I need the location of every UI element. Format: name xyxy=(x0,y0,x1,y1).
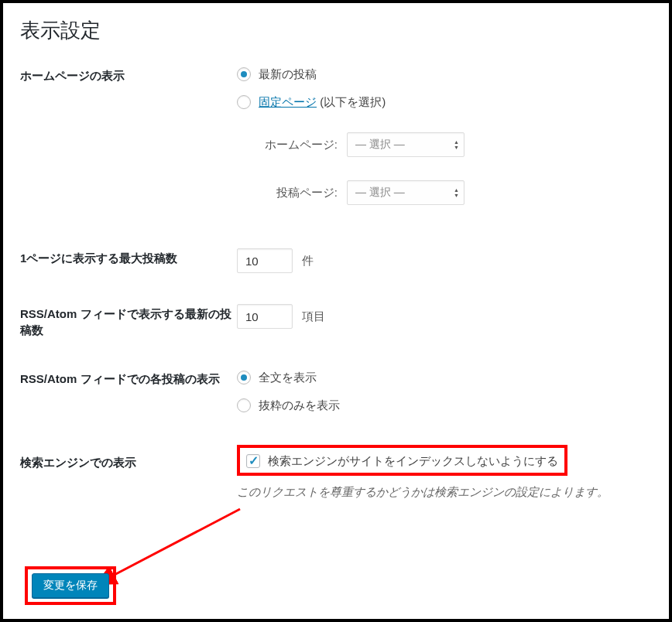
input-value: 10 xyxy=(245,255,259,268)
posts-page-select[interactable]: — 選択 — ▲▼ xyxy=(347,180,465,205)
content-rss-items: 10 項目 xyxy=(237,304,652,329)
page-title: 表示設定 xyxy=(20,17,652,44)
static-page-selects: ホームページ: — 選択 — ▲▼ 投稿ページ: — 選択 — ▲▼ xyxy=(254,132,652,205)
row-posts-per-page: 1ページに表示する最大投稿数 10 件 xyxy=(20,248,652,273)
label-posts-per-page: 1ページに表示する最大投稿数 xyxy=(20,248,237,266)
label-homepage-display: ホームページの表示 xyxy=(20,66,237,84)
row-rss-items: RSS/Atom フィードで表示する最新の投稿数 10 項目 xyxy=(20,304,652,338)
radio-option-latest-posts[interactable]: 最新の投稿 xyxy=(237,66,652,83)
posts-page-select-label: 投稿ページ: xyxy=(254,186,338,200)
svg-line-1 xyxy=(110,509,240,577)
radio-option-static-page[interactable]: 固定ページ (以下を選択) xyxy=(237,94,652,111)
select-row-posts-page: 投稿ページ: — 選択 — ▲▼ xyxy=(254,180,652,205)
row-homepage-display: ホームページの表示 最新の投稿 固定ページ (以下を選択) ホームページ: xyxy=(20,66,652,205)
submit-area: 変更を保存 xyxy=(25,566,116,605)
label-rss-items: RSS/Atom フィードで表示する最新の投稿数 xyxy=(20,304,237,338)
content-search-engine: 検索エンジンがサイトをインデックスしないようにする このリクエストを尊重するかど… xyxy=(237,445,652,500)
radio-label-excerpt: 抜粋のみを表示 xyxy=(259,398,340,413)
static-suffix: (以下を選択) xyxy=(317,95,386,108)
save-button[interactable]: 変更を保存 xyxy=(32,573,109,598)
radio-icon xyxy=(237,95,251,109)
homepage-select-label: ホームページ: xyxy=(254,138,338,152)
radio-option-excerpt[interactable]: 抜粋のみを表示 xyxy=(237,397,652,414)
posts-per-page-input[interactable]: 10 xyxy=(237,248,293,273)
chevron-updown-icon: ▲▼ xyxy=(454,139,459,150)
row-rss-display: RSS/Atom フィードでの各投稿の表示 全文を表示 抜粋のみを表示 xyxy=(20,369,652,414)
content-posts-per-page: 10 件 xyxy=(237,248,652,273)
content-homepage-display: 最新の投稿 固定ページ (以下を選択) ホームページ: — 選択 — ▲▼ xyxy=(237,66,652,205)
label-search-engine: 検索エンジンでの表示 xyxy=(20,445,237,470)
checkbox-discourage-search[interactable]: 検索エンジンがサイトをインデックスしないようにする xyxy=(246,453,558,470)
rss-items-unit: 項目 xyxy=(302,309,325,324)
highlight-save-button: 変更を保存 xyxy=(25,566,116,605)
select-placeholder: — 選択 — xyxy=(355,186,405,200)
search-engine-description: このリクエストを尊重するかどうかは検索エンジンの設定によります。 xyxy=(237,485,652,500)
radio-icon xyxy=(237,67,251,81)
checkbox-label-discourage: 検索エンジンがサイトをインデックスしないようにする xyxy=(268,454,558,469)
radio-label-latest: 最新の投稿 xyxy=(259,67,317,82)
select-row-homepage: ホームページ: — 選択 — ▲▼ xyxy=(254,132,652,157)
settings-form: ホームページの表示 最新の投稿 固定ページ (以下を選択) ホームページ: xyxy=(20,66,652,500)
radio-label-static: 固定ページ (以下を選択) xyxy=(259,95,386,110)
chevron-updown-icon: ▲▼ xyxy=(454,187,459,198)
radio-option-full-text[interactable]: 全文を表示 xyxy=(237,369,652,386)
radio-icon xyxy=(237,371,251,384)
settings-panel: 表示設定 ホームページの表示 最新の投稿 固定ページ (以下を選択) ホーム xyxy=(0,0,672,622)
rss-items-input[interactable]: 10 xyxy=(237,304,293,329)
select-placeholder: — 選択 — xyxy=(355,138,405,152)
annotation-arrow xyxy=(94,501,265,594)
content-rss-display: 全文を表示 抜粋のみを表示 xyxy=(237,369,652,414)
posts-per-page-unit: 件 xyxy=(302,254,314,268)
static-page-link[interactable]: 固定ページ xyxy=(259,95,317,108)
highlight-search-checkbox: 検索エンジンがサイトをインデックスしないようにする xyxy=(237,445,567,476)
label-rss-display: RSS/Atom フィードでの各投稿の表示 xyxy=(20,369,237,387)
input-value: 10 xyxy=(245,310,259,323)
row-search-engine: 検索エンジンでの表示 検索エンジンがサイトをインデックスしないようにする このリ… xyxy=(20,445,652,500)
radio-label-full: 全文を表示 xyxy=(259,371,317,385)
radio-icon xyxy=(237,398,251,412)
checkbox-icon xyxy=(246,454,260,468)
homepage-select[interactable]: — 選択 — ▲▼ xyxy=(347,132,465,157)
